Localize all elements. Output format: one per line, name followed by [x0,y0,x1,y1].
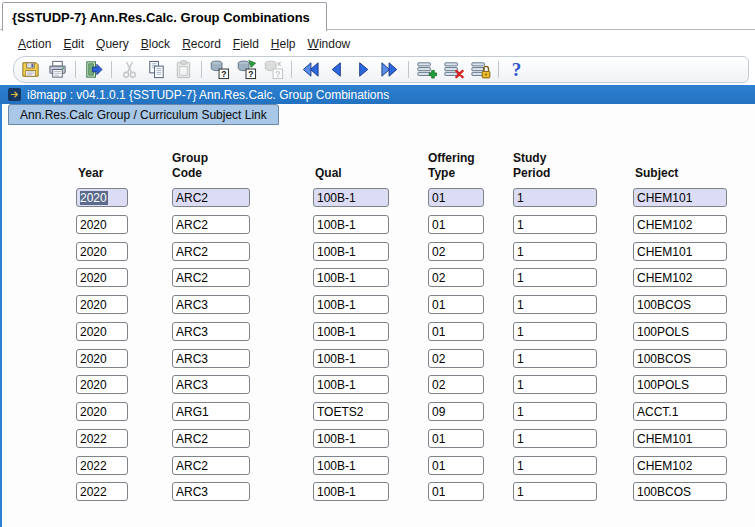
field-group_code[interactable]: ARC3 [172,322,250,341]
field-subject[interactable]: CHEM101 [633,242,727,261]
field-qual[interactable]: 100B-1 [313,242,389,261]
mdi-title-bar[interactable]: i8mapp : v04.1.0.1 {SSTUDP-7} Ann.Res.Ca… [0,85,755,104]
field-subject[interactable]: 100BCOS [633,349,727,368]
field-offering_type[interactable]: 02 [428,268,484,287]
field-qual[interactable]: 100B-1 [313,322,389,341]
last-record-button[interactable] [377,58,404,82]
previous-record-button[interactable] [323,58,350,82]
lock-record-button[interactable] [467,58,494,82]
field-year[interactable]: 2020 [76,295,128,314]
field-study_period[interactable]: 1 [513,188,597,207]
execute-query-button[interactable]: ? [233,58,260,82]
field-qual[interactable]: 100B-1 [313,482,389,501]
field-year[interactable]: 2020 [76,349,128,368]
print-button[interactable] [44,58,71,82]
field-qual[interactable]: 100B-1 [313,188,389,207]
field-offering_type[interactable]: 01 [428,322,484,341]
copy-button[interactable] [143,58,170,82]
field-qual[interactable]: 100B-1 [313,215,389,234]
field-study_period[interactable]: 1 [513,429,597,448]
field-year[interactable]: 2022 [76,429,128,448]
field-subject[interactable]: 100POLS [633,322,727,341]
field-qual[interactable]: 100B-1 [313,429,389,448]
field-subject[interactable]: CHEM102 [633,215,727,234]
field-offering_type[interactable]: 01 [428,482,484,501]
field-offering_type[interactable]: 02 [428,349,484,368]
menu-field[interactable]: Field [233,37,259,53]
field-subject[interactable]: CHEM101 [633,429,727,448]
field-offering_type[interactable]: 01 [428,295,484,314]
field-qual[interactable]: 100B-1 [313,375,389,394]
field-qual[interactable]: 100B-1 [313,268,389,287]
field-offering_type[interactable]: 01 [428,215,484,234]
field-qual[interactable]: 100B-1 [313,456,389,475]
menu-block[interactable]: Block [141,37,170,53]
field-subject[interactable]: CHEM102 [633,456,727,475]
window-tab[interactable]: {SSTUDP-7} Ann.Res.Calc. Group Combinati… [2,2,327,31]
delete-record-button[interactable] [440,58,467,82]
field-study_period[interactable]: 1 [513,295,597,314]
field-subject[interactable]: 100BCOS [633,295,727,314]
field-year[interactable]: 2020 [76,188,128,207]
field-group_code[interactable]: ARC3 [172,375,250,394]
field-group_code[interactable]: ARG1 [172,402,250,421]
database-question-icon: ? [209,59,230,80]
field-qual[interactable]: 100B-1 [313,349,389,368]
field-study_period[interactable]: 1 [513,349,597,368]
next-record-button[interactable] [350,58,377,82]
exit-button[interactable] [80,58,107,82]
field-year[interactable]: 2022 [76,482,128,501]
menu-window[interactable]: Window [308,37,351,53]
field-year[interactable]: 2020 [76,375,128,394]
field-qual[interactable]: TOETS2 [313,402,389,421]
field-offering_type[interactable]: 02 [428,375,484,394]
insert-record-button[interactable] [413,58,440,82]
field-group_code[interactable]: ARC2 [172,429,250,448]
enter-query-button[interactable]: ? [206,58,233,82]
field-qual[interactable]: 100B-1 [313,295,389,314]
field-group_code[interactable]: ARC3 [172,349,250,368]
menu-action[interactable]: Action [18,37,51,53]
field-study_period[interactable]: 1 [513,242,597,261]
field-group_code[interactable]: ARC2 [172,268,250,287]
help-button[interactable]: ? [503,58,530,82]
field-offering_type[interactable]: 01 [428,429,484,448]
menu-help[interactable]: Help [271,37,296,53]
tab-group-curriculum-subject-link[interactable]: Ann.Res.Calc Group / Curriculum Subject … [8,104,279,125]
toolbar-separator [408,61,409,78]
field-group_code[interactable]: ARC2 [172,242,250,261]
field-group_code[interactable]: ARC3 [172,295,250,314]
field-study_period[interactable]: 1 [513,402,597,421]
field-subject[interactable]: ACCT.1 [633,402,727,421]
field-offering_type[interactable]: 09 [428,402,484,421]
field-group_code[interactable]: ARC2 [172,215,250,234]
first-record-button[interactable] [296,58,323,82]
field-group_code[interactable]: ARC2 [172,456,250,475]
field-year[interactable]: 2022 [76,456,128,475]
field-subject[interactable]: 100POLS [633,375,727,394]
field-study_period[interactable]: 1 [513,215,597,234]
menu-edit[interactable]: Edit [63,37,84,53]
field-study_period[interactable]: 1 [513,456,597,475]
field-year[interactable]: 2020 [76,242,128,261]
field-year[interactable]: 2020 [76,215,128,234]
field-subject[interactable]: 100BCOS [633,482,727,501]
field-offering_type[interactable]: 01 [428,188,484,207]
field-study_period[interactable]: 1 [513,322,597,341]
field-group_code[interactable]: ARC3 [172,482,250,501]
field-study_period[interactable]: 1 [513,375,597,394]
field-study_period[interactable]: 1 [513,482,597,501]
field-study_period[interactable]: 1 [513,268,597,287]
field-year[interactable]: 2020 [76,322,128,341]
save-button[interactable] [17,58,44,82]
field-group_code[interactable]: ARC2 [172,188,250,207]
field-year[interactable]: 2020 [76,402,128,421]
menu-record[interactable]: Record [182,37,221,53]
field-offering_type[interactable]: 02 [428,242,484,261]
field-subject[interactable]: CHEM102 [633,268,727,287]
menu-query[interactable]: Query [96,37,129,53]
field-year[interactable]: 2020 [76,268,128,287]
svg-text:?: ? [248,69,253,79]
field-offering_type[interactable]: 01 [428,456,484,475]
field-subject[interactable]: CHEM101 [633,188,727,207]
